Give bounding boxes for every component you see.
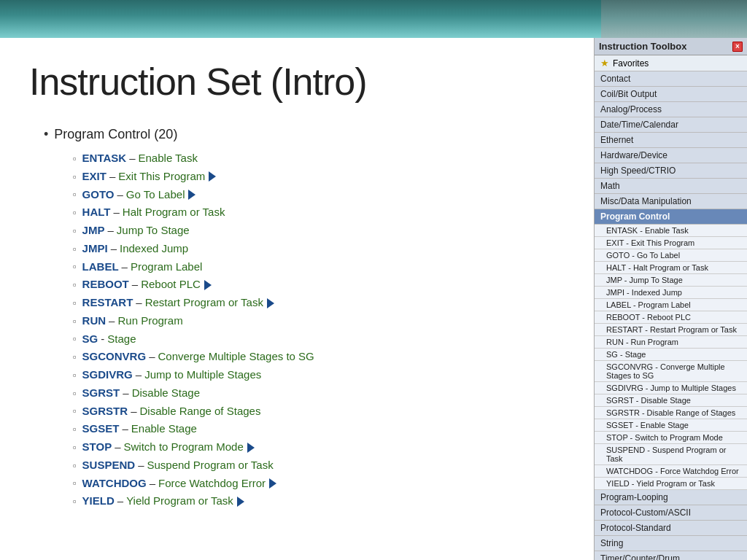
- list-item[interactable]: ▫JMPI – Indexed Jump: [73, 240, 565, 258]
- cmd-dash: –: [117, 492, 123, 510]
- list-item[interactable]: ▫RUN – Run Program: [73, 312, 565, 330]
- sidebar-subcategory-item[interactable]: SGSET - Enable Stage: [595, 419, 747, 432]
- list-item[interactable]: ▫SGRST – Disable Stage: [73, 384, 565, 402]
- sidebar-subcategory-item[interactable]: HALT - Halt Program or Task: [595, 262, 747, 274]
- cmd-dash: –: [132, 276, 138, 294]
- sidebar-category-item[interactable]: Coil/Bit Output: [595, 87, 747, 102]
- sidebar-subcategory-item[interactable]: JMP - Jump To Stage: [595, 274, 747, 287]
- list-item[interactable]: ▫SG - Stage: [73, 330, 565, 349]
- sidebar-categories: ContactCoil/Bit OutputAnalog/ProcessDate…: [595, 71, 747, 560]
- main-content: Instruction Set (Intro) • Program Contro…: [0, 38, 747, 560]
- list-item[interactable]: ▫SUSPEND – Suspend Program or Task: [73, 456, 565, 475]
- cmd-keyword: SGRSTR: [82, 402, 128, 421]
- sidebar-category-item[interactable]: Timer/Counter/Drum: [595, 551, 747, 560]
- cmd-description: Suspend Program or Task: [147, 456, 273, 475]
- list-item[interactable]: ▫LABEL – Program Label: [73, 258, 565, 276]
- cmd-keyword: SUSPEND: [82, 456, 136, 475]
- sidebar-scrollable[interactable]: ★ Favorites ContactCoil/Bit OutputAnalog…: [595, 55, 747, 560]
- sidebar-close-button[interactable]: ×: [732, 42, 743, 52]
- sub-bullet: ▫: [73, 151, 77, 166]
- sidebar-subcategory-item[interactable]: SG - Stage: [595, 349, 747, 361]
- sidebar-category-item[interactable]: Protocol-Standard: [595, 521, 747, 536]
- cmd-dash: -: [101, 330, 104, 349]
- list-item[interactable]: ▫YIELD – Yield Program or Task: [73, 492, 565, 510]
- sidebar-subcategory-item[interactable]: SUSPEND - Suspend Program or Task: [595, 444, 747, 465]
- cmd-keyword: RESTART: [82, 294, 133, 312]
- cmd-description: Enable Task: [139, 149, 198, 168]
- sub-bullet: ▫: [73, 205, 77, 220]
- list-item[interactable]: ▫RESTART – Restart Program or Task: [73, 294, 565, 312]
- cmd-keyword: SGRST: [82, 384, 120, 402]
- list-item[interactable]: ▫EXIT – Exit This Program: [73, 168, 565, 186]
- cmd-description: Stage: [107, 330, 136, 349]
- cmd-dash: –: [122, 420, 128, 438]
- sidebar-subcategory-item[interactable]: SGCONVRG - Converge Multiple Stages to S…: [595, 361, 747, 382]
- sidebar-category-item[interactable]: String: [595, 536, 747, 551]
- cmd-dash: –: [109, 168, 115, 186]
- sidebar-subcategory-item[interactable]: EXIT - Exit This Program: [595, 237, 747, 249]
- sidebar-subcategory-item[interactable]: RESTART - Restart Program or Task: [595, 324, 747, 336]
- sidebar-category-item[interactable]: Program-Looping: [595, 490, 747, 505]
- list-item[interactable]: ▫GOTO – Go To Label: [73, 186, 565, 204]
- sub-bullet: ▫: [73, 349, 77, 365]
- sidebar-subcategory-item[interactable]: RUN - Run Program: [595, 336, 747, 349]
- list-item[interactable]: ▫JMP – Jump To Stage: [73, 222, 565, 240]
- sidebar-subcategory-item[interactable]: STOP - Switch to Program Mode: [595, 432, 747, 444]
- cmd-dash: –: [123, 384, 128, 402]
- list-item[interactable]: ▫REBOOT – Reboot PLC: [73, 276, 565, 294]
- cmd-description: Jump to Multiple Stages: [144, 366, 261, 384]
- list-item[interactable]: ▫SGCONVRG – Converge Multiple Stages to …: [73, 348, 565, 366]
- list-item[interactable]: ▫STOP – Switch to Program Mode: [73, 438, 565, 456]
- sidebar-subcategory-item[interactable]: SGDIVRG - Jump to Multiple Stages: [595, 382, 747, 394]
- cmd-description: Jump To Stage: [117, 222, 190, 240]
- cmd-dash: –: [136, 366, 142, 384]
- list-item[interactable]: ▫HALT – Halt Program or Task: [73, 203, 565, 222]
- sidebar-category-item[interactable]: Analog/Process: [595, 102, 747, 117]
- arrow-icon: [247, 443, 255, 453]
- sidebar-category-item[interactable]: Hardware/Device: [595, 148, 747, 163]
- sidebar-subcategory-item[interactable]: REBOOT - Reboot PLC: [595, 311, 747, 324]
- cmd-description: Exit This Program: [118, 168, 205, 186]
- cmd-description: Restart Program or Task: [145, 294, 263, 312]
- cmd-dash: –: [150, 475, 155, 493]
- cmd-dash: –: [131, 402, 136, 421]
- sidebar-subcategory-item[interactable]: JMPI - Indexed Jump: [595, 287, 747, 299]
- cmd-description: Force Watchdog Error: [158, 475, 266, 493]
- sidebar-subcategory-item[interactable]: GOTO - Go To Label: [595, 249, 747, 262]
- sub-bullet: ▫: [73, 314, 77, 329]
- sidebar-category-item[interactable]: Ethernet: [595, 133, 747, 148]
- cmd-description: Enable Stage: [131, 420, 197, 438]
- list-item[interactable]: ▫SGRSTR – Disable Range of Stages: [73, 402, 565, 421]
- sidebar-subcategory-item[interactable]: YIELD - Yield Program or Task: [595, 478, 747, 490]
- sidebar-category-item[interactable]: Protocol-Custom/ASCII: [595, 505, 747, 521]
- cmd-keyword: JMP: [82, 222, 105, 240]
- sidebar-subcategory-item[interactable]: SGRSTR - Disable Range of Stages: [595, 407, 747, 419]
- cmd-keyword: RUN: [82, 312, 107, 330]
- cmd-dash: –: [115, 438, 120, 456]
- sidebar-category-item[interactable]: High Speed/CTRIO: [595, 163, 747, 179]
- sidebar-favorites[interactable]: ★ Favorites: [595, 55, 747, 71]
- cmd-description: Program Label: [131, 258, 202, 276]
- sidebar-subcategory-item[interactable]: SGRST - Disable Stage: [595, 394, 747, 407]
- sidebar-subcategory-item[interactable]: LABEL - Program Label: [595, 299, 747, 311]
- sub-bullet: ▫: [73, 295, 77, 311]
- sidebar-subcategory-item[interactable]: ENTASK - Enable Task: [595, 225, 747, 237]
- sidebar-subcategory-item[interactable]: WATCHDOG - Force Watchdog Error: [595, 465, 747, 478]
- list-item[interactable]: ▫WATCHDOG – Force Watchdog Error: [73, 475, 565, 493]
- cmd-dash: –: [114, 203, 120, 222]
- cmd-keyword: SG: [82, 330, 98, 349]
- list-item[interactable]: ▫ENTASK – Enable Task: [73, 149, 565, 168]
- sidebar-category-item[interactable]: Date/Time/Calendar: [595, 117, 747, 133]
- cmd-keyword: WATCHDOG: [82, 475, 147, 493]
- sub-bullet: ▫: [73, 386, 77, 401]
- arrow-icon: [237, 497, 244, 507]
- sidebar-category-item[interactable]: Misc/Data Manipulation: [595, 194, 747, 209]
- sidebar-category-item[interactable]: Math: [595, 179, 747, 194]
- list-item[interactable]: ▫SGDIVRG – Jump to Multiple Stages: [73, 366, 565, 384]
- list-item[interactable]: ▫SGSET – Enable Stage: [73, 420, 565, 438]
- sidebar-category-item[interactable]: Contact: [595, 71, 747, 87]
- sidebar-category-item[interactable]: Program Control: [595, 209, 747, 225]
- cmd-keyword: EXIT: [82, 168, 107, 186]
- cmd-keyword: YIELD: [82, 492, 115, 510]
- sub-bullet: ▫: [73, 421, 77, 437]
